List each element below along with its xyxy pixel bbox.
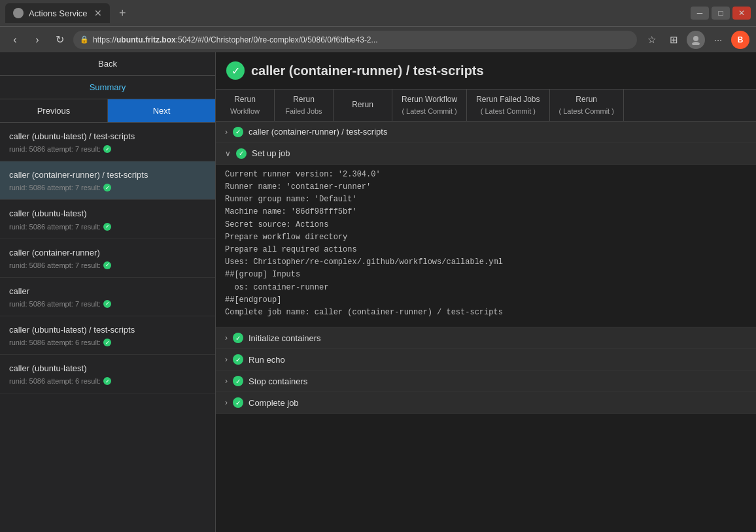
back-nav-button[interactable]: Back [0, 52, 215, 76]
job-status-icon [103, 223, 111, 231]
next-button[interactable]: Next [108, 99, 215, 122]
run-echo-title: Run echo [249, 355, 285, 365]
toolbar: Rerun Workflow Rerun Failed Jobs Rerun R… [216, 90, 756, 122]
new-tab-button[interactable]: + [115, 7, 130, 20]
svg-point-0 [15, 10, 22, 16]
forward-button[interactable]: › [29, 31, 46, 48]
more-button[interactable]: ··· [709, 31, 727, 49]
job-status-icon [103, 377, 111, 385]
svg-point-1 [693, 36, 698, 41]
summary-button[interactable]: Summary [0, 76, 215, 99]
address-bar[interactable]: 🔒 https://ubuntu.fritz.box:5042/#/0/Chri… [73, 31, 637, 49]
account-button[interactable] [687, 31, 705, 49]
job-status-icon [103, 300, 111, 308]
init-containers-title: Initialize containers [249, 333, 321, 343]
setup-job-log: Current runner version: '2.304.0'Runner … [216, 165, 756, 327]
job-status-icon [103, 145, 111, 153]
init-status-icon: ✓ [233, 333, 243, 343]
job-status-icon [103, 261, 111, 269]
job-meta: runid: 5086 attempt: 7 result: [9, 145, 206, 153]
log-line: Secret source: Actions [225, 219, 747, 231]
job-name: caller (ubuntu-latest) / test-scripts [9, 131, 206, 142]
profile-icon [687, 31, 705, 49]
job-meta: runid: 5086 attempt: 7 result: [9, 184, 206, 191]
browser-frame: Actions Service ✕ + ─ □ ✕ ‹ › ↻ 🔒 https:… [0, 0, 756, 532]
brave-icon[interactable]: B [731, 31, 749, 49]
address-text: https://ubuntu.fritz.box:5042/#/0/Christ… [93, 35, 630, 44]
log-line: Uses: Christopher/re-complex/.github/wor… [225, 256, 747, 269]
log-line: Complete job name: caller (container-run… [225, 307, 747, 319]
job-name: caller (ubuntu-latest) [9, 363, 206, 374]
job-status-icon [103, 339, 111, 346]
job-meta: runid: 5086 attempt: 7 result: [9, 261, 206, 269]
job-name: caller (container-runner) [9, 247, 206, 259]
complete-status-icon: ✓ [233, 397, 243, 408]
job-list-item[interactable]: caller (ubuntu-latest)runid: 5086 attemp… [0, 200, 215, 239]
maximize-button[interactable]: □ [712, 7, 730, 20]
job-status-icon [103, 184, 111, 191]
window-controls: ─ □ ✕ [691, 7, 751, 20]
minimize-button[interactable]: ─ [691, 7, 709, 20]
job-list-item[interactable]: caller (container-runner) / test-scripts… [0, 161, 215, 200]
tab-close-button[interactable]: ✕ [94, 8, 102, 18]
collections-button[interactable]: ⊞ [664, 31, 683, 49]
setup-job-section: ∨ ✓ Set up job Current runner version: '… [216, 143, 756, 327]
job-meta: runid: 5086 attempt: 7 result: [9, 300, 206, 308]
back-button[interactable]: ‹ [7, 31, 24, 48]
log-line: Runner group name: 'Default' [225, 193, 747, 206]
breadcrumb-chevron-icon: › [225, 127, 228, 137]
job-name: caller [9, 286, 206, 297]
complete-job-header[interactable]: › ✓ Complete job [216, 392, 756, 414]
job-meta: runid: 5086 attempt: 7 result: [9, 223, 206, 231]
log-line: Current runner version: '2.304.0' [225, 169, 747, 181]
previous-button[interactable]: Previous [0, 99, 108, 122]
log-line: Machine name: '86df98fff5bf' [225, 206, 747, 218]
run-echo-chevron-icon: › [225, 355, 228, 364]
job-list-item[interactable]: caller (ubuntu-latest) / test-scriptsrun… [0, 123, 215, 161]
log-line: ##[endgroup] [225, 294, 747, 307]
content-area: Back Summary Previous Next caller (ubunt… [0, 52, 756, 532]
success-check-icon: ✓ [226, 61, 245, 80]
reload-button[interactable]: ↻ [51, 31, 68, 48]
prev-next-nav: Previous Next [0, 99, 215, 123]
page-header: ✓ caller (container-runner) / test-scrip… [216, 52, 756, 90]
log-line: Runner name: 'container-runner' [225, 181, 747, 193]
run-echo-status-icon: ✓ [233, 354, 243, 365]
stop-containers-header[interactable]: › ✓ Stop containers [216, 371, 756, 392]
job-list-item[interactable]: caller (ubuntu-latest) / test-scriptsrun… [0, 316, 215, 355]
rerun-workflow-button[interactable]: Rerun Workflow [216, 90, 275, 121]
setup-job-title: Set up job [252, 148, 290, 158]
rerun-workflow-latest-button[interactable]: Rerun Workflow ( Latest Commit ) [392, 90, 467, 121]
setup-status-icon: ✓ [236, 148, 247, 159]
stop-chevron-icon: › [225, 376, 228, 386]
job-list-item[interactable]: caller (ubuntu-latest)runid: 5086 attemp… [0, 355, 215, 393]
rerun-failed-jobs-button[interactable]: Rerun Failed Jobs [275, 90, 334, 121]
tab-favicon [13, 8, 24, 18]
job-meta: runid: 5086 attempt: 6 result: [9, 377, 206, 385]
close-window-button[interactable]: ✕ [732, 7, 751, 20]
left-panel: Back Summary Previous Next caller (ubunt… [0, 52, 216, 532]
breadcrumb-status-icon: ✓ [233, 127, 243, 137]
complete-job-title: Complete job [249, 398, 299, 408]
log-container[interactable]: › ✓ caller (container-runner) / test-scr… [216, 122, 756, 532]
rerun-button[interactable]: Rerun [334, 90, 392, 121]
bookmark-button[interactable]: ☆ [642, 31, 661, 49]
init-containers-header[interactable]: › ✓ Initialize containers [216, 327, 756, 349]
right-panel: ✓ caller (container-runner) / test-scrip… [216, 52, 756, 532]
setup-job-header[interactable]: ∨ ✓ Set up job [216, 143, 756, 165]
run-echo-header[interactable]: › ✓ Run echo [216, 349, 756, 371]
browser-titlebar: Actions Service ✕ + ─ □ ✕ [0, 0, 756, 26]
page-title: caller (container-runner) / test-scripts [251, 63, 484, 78]
setup-chevron-icon: ∨ [225, 149, 231, 158]
rerun-failed-jobs-latest-button[interactable]: Rerun Failed Jobs ( Latest Commit ) [467, 90, 549, 121]
browser-tab[interactable]: Actions Service ✕ [5, 3, 110, 23]
log-line: ##[group] Inputs [225, 269, 747, 281]
breadcrumb-section-header[interactable]: › ✓ caller (container-runner) / test-scr… [216, 122, 756, 143]
rerun-latest-button[interactable]: Rerun ( Latest Commit ) [550, 90, 624, 121]
job-list: caller (ubuntu-latest) / test-scriptsrun… [0, 123, 215, 532]
job-list-item[interactable]: caller (container-runner)runid: 5086 att… [0, 239, 215, 278]
job-list-item[interactable]: callerrunid: 5086 attempt: 7 result: [0, 278, 215, 316]
log-line: Prepare workflow directory [225, 231, 747, 244]
init-chevron-icon: › [225, 333, 228, 342]
stop-status-icon: ✓ [233, 376, 243, 386]
